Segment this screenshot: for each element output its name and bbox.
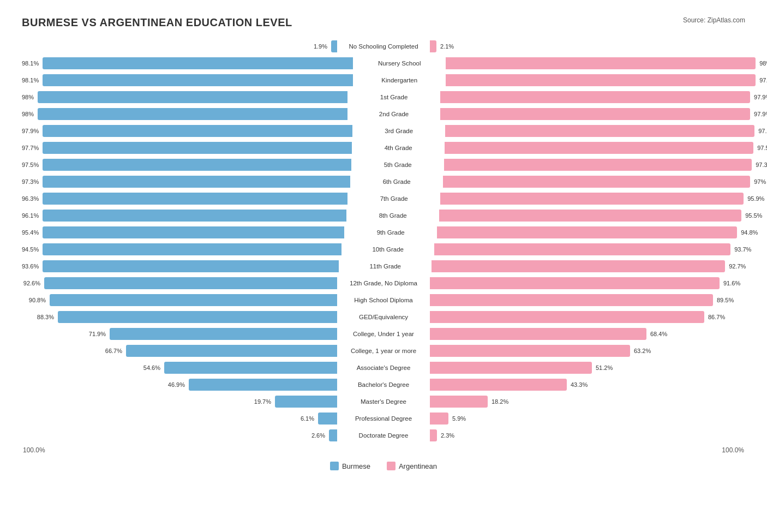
argentinean-value: 68.4%: [650, 331, 667, 337]
left-section: 2.6%: [22, 428, 337, 443]
left-section: 71.9%: [22, 326, 337, 342]
axis-left-label: 100.0%: [23, 446, 45, 454]
right-section: 97.9%: [440, 106, 767, 122]
chart-source: Source: ZipAtlas.com: [683, 16, 745, 24]
category-label: Bachelor's Degree: [337, 381, 430, 388]
argentinean-bar: [443, 176, 750, 188]
burmese-value: 1.9%: [314, 43, 327, 50]
argentinean-color-box: [387, 462, 396, 470]
burmese-bar: [164, 362, 337, 374]
left-section: 66.7%: [22, 343, 337, 358]
argentinean-bar: [430, 40, 436, 52]
table-row: 98.1%Nursery School98%: [22, 56, 745, 71]
table-row: 98.1%Kindergarten97.9%: [22, 73, 745, 88]
table-row: 90.8%High School Diploma89.5%: [22, 292, 745, 308]
left-section: 1.9%: [22, 39, 337, 54]
burmese-bar: [43, 210, 346, 222]
right-section: 43.3%: [430, 377, 745, 392]
left-section: 98.1%: [22, 73, 353, 88]
burmese-value: 98%: [22, 94, 34, 100]
left-section: 98%: [22, 106, 347, 122]
burmese-value: 97.5%: [22, 162, 39, 168]
category-label: Associate's Degree: [337, 364, 430, 371]
argentinean-value: 97.3%: [756, 162, 767, 168]
burmese-value: 97.9%: [22, 128, 39, 134]
right-section: 92.7%: [432, 259, 746, 274]
right-section: 5.9%: [430, 411, 745, 426]
burmese-bar: [43, 260, 339, 272]
category-label: 8th Grade: [346, 212, 439, 219]
burmese-value: 46.9%: [168, 381, 185, 388]
legend-burmese-label: Burmese: [342, 462, 370, 470]
argentinean-bar: [430, 396, 488, 408]
right-section: 86.7%: [430, 309, 745, 325]
argentinean-bar: [437, 226, 737, 238]
category-label: High School Diploma: [337, 297, 430, 303]
argentinean-bar: [446, 57, 756, 69]
burmese-bar: [43, 142, 352, 154]
argentinean-value: 2.3%: [441, 432, 454, 439]
right-section: 97.3%: [444, 157, 767, 172]
burmese-bar: [58, 311, 337, 323]
category-label: GED/Equivalency: [337, 314, 430, 320]
burmese-bar: [38, 91, 347, 103]
argentinean-value: 43.3%: [571, 381, 588, 388]
table-row: 71.9%College, Under 1 year68.4%: [22, 326, 745, 342]
right-section: 2.3%: [430, 428, 745, 443]
bars-area: 1.9%No Schooling Completed2.1%98.1%Nurse…: [22, 39, 745, 443]
category-label: 4th Grade: [352, 145, 445, 151]
table-row: 92.6%12th Grade, No Diploma91.6%: [22, 276, 745, 291]
argentinean-bar: [440, 193, 744, 205]
right-section: 51.2%: [430, 360, 745, 375]
argentinean-bar: [430, 429, 437, 441]
left-section: 46.9%: [22, 377, 337, 392]
burmese-bar: [43, 193, 347, 205]
right-section: 98%: [446, 56, 767, 71]
category-label: 10th Grade: [341, 246, 434, 253]
argentinean-value: 97.7%: [758, 128, 767, 134]
category-label: Kindergarten: [353, 77, 446, 83]
burmese-bar: [43, 176, 350, 188]
argentinean-value: 97.9%: [754, 94, 767, 100]
burmese-bar: [275, 396, 337, 408]
argentinean-bar: [432, 260, 725, 272]
burmese-bar: [126, 345, 337, 357]
argentinean-bar: [430, 311, 704, 323]
burmese-value: 96.1%: [22, 212, 39, 219]
category-label: No Schooling Completed: [337, 43, 430, 50]
category-label: 7th Grade: [347, 195, 440, 202]
category-label: 1st Grade: [347, 94, 440, 100]
right-section: 97%: [443, 174, 766, 189]
category-label: Nursery School: [353, 60, 446, 67]
right-section: 97.5%: [445, 140, 767, 156]
chart-container: BURMESE VS ARGENTINEAN EDUCATION LEVEL S…: [11, 11, 756, 481]
argentinean-value: 91.6%: [723, 280, 740, 286]
burmese-bar: [43, 74, 353, 86]
argentinean-bar: [430, 277, 720, 289]
burmese-bar: [189, 379, 337, 391]
burmese-bar: [329, 429, 337, 441]
table-row: 97.3%6th Grade97%: [22, 174, 745, 189]
argentinean-bar: [430, 328, 646, 340]
argentinean-value: 97.9%: [754, 111, 767, 117]
argentinean-bar: [446, 74, 756, 86]
argentinean-bar: [439, 210, 741, 222]
burmese-value: 6.1%: [301, 415, 314, 422]
burmese-value: 19.7%: [254, 398, 271, 405]
burmese-bar: [318, 413, 337, 425]
left-section: 95.4%: [22, 225, 344, 240]
left-section: 94.5%: [22, 242, 341, 257]
left-section: 98%: [22, 89, 347, 105]
category-label: 3rd Grade: [352, 128, 445, 134]
category-label: 6th Grade: [350, 178, 443, 185]
right-section: 2.1%: [430, 39, 745, 54]
argentinean-value: 63.2%: [634, 348, 651, 354]
burmese-value: 97.7%: [22, 145, 39, 151]
argentinean-bar: [434, 243, 730, 255]
table-row: 54.6%Associate's Degree51.2%: [22, 360, 745, 375]
category-label: Master's Degree: [337, 398, 430, 405]
axis-right-label: 100.0%: [722, 446, 744, 454]
left-section: 97.7%: [22, 140, 352, 156]
burmese-bar: [43, 243, 341, 255]
argentinean-bar: [430, 362, 592, 374]
